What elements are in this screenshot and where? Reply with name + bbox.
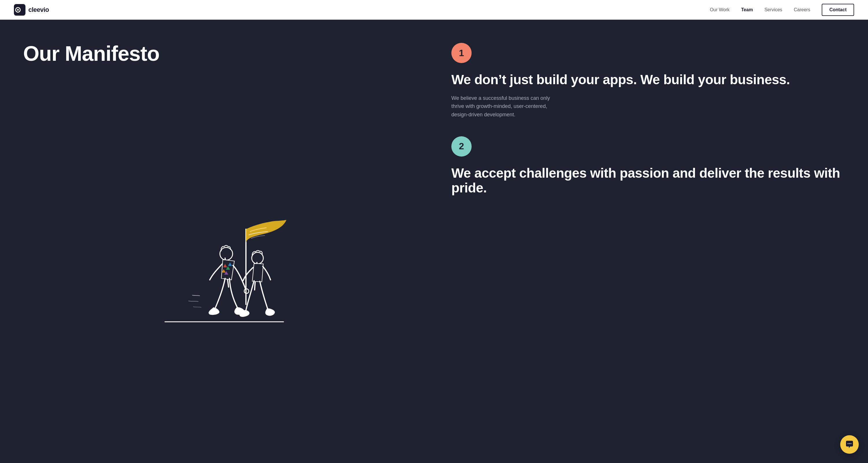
svg-point-5 [220, 247, 232, 260]
nav-link-our-work[interactable]: Our Work [710, 7, 730, 12]
svg-point-13 [848, 443, 848, 444]
manifesto-heading-1: We don’t just build your apps. We build … [452, 72, 845, 87]
manifesto-heading-2: We accept challenges with passion and de… [452, 166, 845, 195]
manifesto-desc-1: We believe a successful business can onl… [452, 94, 556, 119]
manifesto-illustration [148, 194, 292, 333]
nav-links: Our Work Team Services Careers Contact [710, 4, 854, 16]
manifesto-item-1: 1 We don’t just build your apps. We buil… [452, 43, 845, 119]
right-panel: 1 We don’t just build your apps. We buil… [434, 20, 868, 463]
nav-link-services[interactable]: Services [765, 7, 782, 12]
chat-button[interactable] [840, 435, 859, 454]
nav-link-team[interactable]: Team [741, 7, 753, 12]
main-section: Our Manifesto [0, 20, 868, 463]
logo-text: cleevio [28, 6, 49, 13]
svg-point-14 [849, 443, 850, 444]
number-badge-1: 1 [452, 43, 472, 63]
manifesto-item-2: 2 We accept challenges with passion and … [452, 136, 845, 202]
logo[interactable]: cleevio [14, 4, 49, 16]
nav-link-careers[interactable]: Careers [794, 7, 810, 12]
chat-icon [845, 440, 854, 449]
contact-button[interactable]: Contact [822, 4, 854, 16]
number-badge-2: 2 [452, 136, 472, 157]
illustration-container [23, 82, 416, 445]
logo-icon [14, 4, 26, 16]
svg-point-15 [850, 443, 851, 444]
svg-point-2 [17, 9, 19, 11]
manifesto-title: Our Manifesto [23, 43, 416, 65]
left-panel: Our Manifesto [0, 20, 434, 463]
navbar: cleevio Our Work Team Services Careers C… [0, 0, 868, 20]
svg-point-12 [252, 252, 263, 264]
